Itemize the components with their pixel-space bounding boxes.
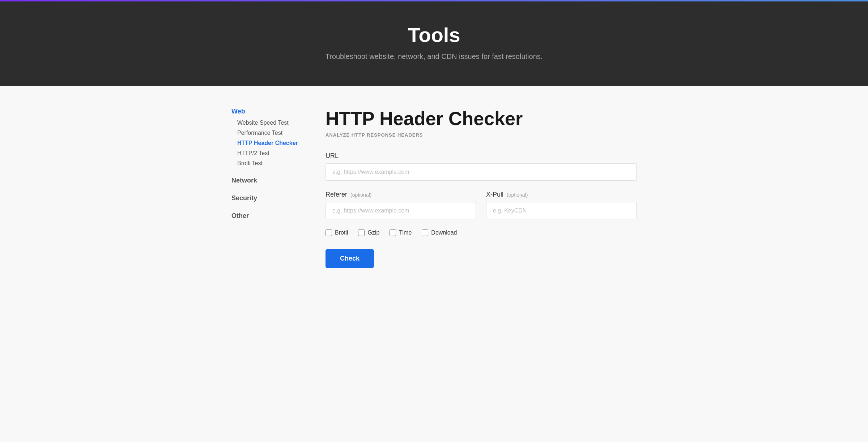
page-subtitle: ANALYZE HTTP RESPONSE HEADERS xyxy=(326,132,637,138)
time-checkbox[interactable] xyxy=(390,229,396,236)
header-subtitle: Troubleshoot website, network, and CDN i… xyxy=(7,52,861,61)
referer-optional: (optional) xyxy=(350,192,371,198)
sidebar: Web Website Speed Test Performance Test … xyxy=(231,108,304,268)
sidebar-category-web[interactable]: Web xyxy=(231,108,304,115)
brotli-checkbox-item[interactable]: Brotli xyxy=(326,229,348,236)
url-label: URL xyxy=(326,152,637,160)
gzip-label: Gzip xyxy=(367,229,379,236)
time-checkbox-item[interactable]: Time xyxy=(390,229,412,236)
gzip-checkbox-item[interactable]: Gzip xyxy=(358,229,379,236)
page-header: Tools Troubleshoot website, network, and… xyxy=(0,1,868,86)
header-title: Tools xyxy=(7,23,861,47)
url-input[interactable] xyxy=(326,163,637,181)
download-checkbox-item[interactable]: Download xyxy=(422,229,457,236)
sidebar-category-network[interactable]: Network xyxy=(231,177,304,184)
xpull-input[interactable] xyxy=(486,202,637,219)
check-button[interactable]: Check xyxy=(326,249,374,268)
gzip-checkbox[interactable] xyxy=(358,229,365,236)
download-label: Download xyxy=(431,229,457,236)
download-checkbox[interactable] xyxy=(422,229,428,236)
sidebar-item-http-header-checker[interactable]: HTTP Header Checker xyxy=(237,140,298,146)
sidebar-item-http2-test[interactable]: HTTP/2 Test xyxy=(237,150,269,156)
sidebar-item-brotli-test[interactable]: Brotli Test xyxy=(237,160,263,166)
sidebar-category-security[interactable]: Security xyxy=(231,194,304,202)
referer-form-group: Referer (optional) xyxy=(326,191,476,219)
xpull-optional: (optional) xyxy=(507,192,528,198)
sidebar-category-other[interactable]: Other xyxy=(231,212,304,220)
brotli-checkbox[interactable] xyxy=(326,229,332,236)
referer-input[interactable] xyxy=(326,202,476,219)
url-form-group: URL xyxy=(326,152,637,181)
content-area: HTTP Header Checker ANALYZE HTTP RESPONS… xyxy=(326,108,637,268)
page-title: HTTP Header Checker xyxy=(326,108,637,129)
xpull-form-group: X-Pull (optional) xyxy=(486,191,637,219)
brotli-label: Brotli xyxy=(335,229,348,236)
time-label: Time xyxy=(399,229,412,236)
sidebar-item-website-speed-test[interactable]: Website Speed Test xyxy=(237,120,289,126)
referer-label: Referer (optional) xyxy=(326,191,476,198)
xpull-label: X-Pull (optional) xyxy=(486,191,637,198)
sidebar-item-performance-test[interactable]: Performance Test xyxy=(237,130,282,136)
checkboxes-group: Brotli Gzip Time Download xyxy=(326,229,637,236)
